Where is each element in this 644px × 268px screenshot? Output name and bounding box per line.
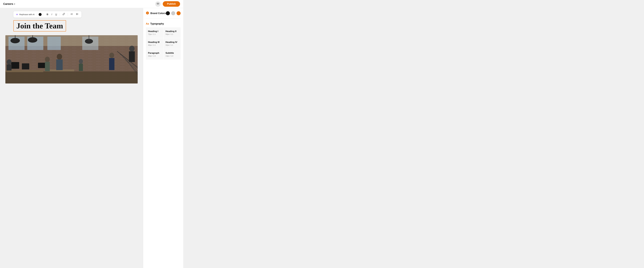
typography-style-name: Heading II xyxy=(166,30,178,33)
svg-point-1 xyxy=(158,3,158,4)
rephrase-with-ai-button[interactable]: Rephrase with AI xyxy=(16,13,36,16)
typography-style-size: 56px / 1.1 xyxy=(166,33,178,35)
typography-grid: Heading I 72px / 1.1 Heading II 56px / 1… xyxy=(146,27,180,60)
typography-card-heading-3[interactable]: Heading III 40px / 1.1 xyxy=(146,38,163,49)
brand-colors-title-group: Brand Colors xyxy=(146,11,166,15)
ordered-list-icon xyxy=(70,13,73,16)
typography-style-name: Subtitle xyxy=(166,52,178,54)
typography-style-name: Paragraph xyxy=(148,52,161,54)
underline-icon: U xyxy=(55,13,57,16)
typography-style-size: 32px / 1.1 xyxy=(166,44,178,46)
text-color-button[interactable] xyxy=(39,13,42,16)
rephrase-label: Rephrase with AI xyxy=(19,13,34,15)
link-icon xyxy=(62,13,65,16)
svg-point-9 xyxy=(76,14,76,14)
ordered-list-button[interactable] xyxy=(70,12,74,16)
right-sidebar: Brand Colors Aa Typography Heading I 72p… xyxy=(143,8,183,268)
typography-card-heading-2[interactable]: Heading II 56px / 1.1 xyxy=(164,27,181,38)
eye-icon xyxy=(156,2,159,6)
office-image-overlay xyxy=(5,35,138,83)
toolbar-divider-3 xyxy=(68,13,68,16)
brand-colors-header: Brand Colors xyxy=(146,11,180,15)
typography-style-size: 20px / 1.5 xyxy=(148,55,161,57)
link-button[interactable] xyxy=(62,12,66,16)
site-title-text: Careers xyxy=(3,2,13,5)
italic-icon: I xyxy=(52,13,52,16)
typography-title: Typography xyxy=(150,22,164,25)
typography-card-heading-4[interactable]: Heading IV 32px / 1.1 xyxy=(164,38,181,49)
brand-icon xyxy=(146,11,149,15)
typography-card-subtitle[interactable]: Subtitle 14px / 1.3 xyxy=(164,49,181,60)
main-layout: Rephrase with AI B I U xyxy=(0,8,183,268)
preview-button[interactable] xyxy=(155,1,160,7)
typography-style-name: Heading IV xyxy=(166,41,178,43)
site-title[interactable]: Careers ▾ xyxy=(3,2,15,5)
typography-style-name: Heading I xyxy=(148,30,161,33)
unordered-list-button[interactable] xyxy=(76,12,79,16)
color-swatches xyxy=(166,11,180,15)
unordered-list-icon xyxy=(76,13,78,16)
typography-aa-label: Aa xyxy=(146,22,149,25)
publish-button[interactable]: Publish xyxy=(163,1,180,7)
brand-colors-section: Brand Colors xyxy=(146,11,180,19)
top-nav: Careers ▾ Publish xyxy=(0,0,183,8)
typography-card-heading-1[interactable]: Heading I 72px / 1.1 xyxy=(146,27,163,38)
site-title-chevron-icon: ▾ xyxy=(14,3,15,5)
typography-card-paragraph[interactable]: Paragraph 20px / 1.5 xyxy=(146,49,163,60)
typography-style-size: 72px / 1.1 xyxy=(148,33,161,35)
office-image xyxy=(5,35,138,83)
color-swatch-gray[interactable] xyxy=(171,11,175,15)
brand-colors-title: Brand Colors xyxy=(150,12,166,15)
typography-style-size: 40px / 1.1 xyxy=(148,44,161,46)
underline-button[interactable]: U xyxy=(55,13,58,16)
italic-button[interactable]: I xyxy=(51,13,53,16)
bold-button[interactable]: B xyxy=(46,13,49,16)
svg-point-8 xyxy=(76,13,76,13)
typography-section: Aa Typography Heading I 72px / 1.1 Headi… xyxy=(146,22,180,60)
typography-style-size: 14px / 1.3 xyxy=(166,55,178,57)
text-formatting-toolbar: Rephrase with AI B I U xyxy=(14,11,82,17)
page-heading[interactable]: Join the Team xyxy=(16,21,63,30)
rephrase-icon xyxy=(16,13,18,16)
svg-point-10 xyxy=(76,14,76,15)
nav-right: Publish xyxy=(155,1,180,7)
color-swatch-orange[interactable] xyxy=(176,11,180,15)
heading-container: Join the Team xyxy=(14,20,138,31)
editor-area: Rephrase with AI B I U xyxy=(0,8,143,268)
bold-icon: B xyxy=(46,13,48,16)
color-swatch-black[interactable] xyxy=(166,11,170,15)
typography-style-name: Heading III xyxy=(148,41,161,43)
svg-point-0 xyxy=(157,3,159,4)
heading-box[interactable]: Join the Team xyxy=(14,20,66,31)
typography-header: Aa Typography xyxy=(146,22,180,25)
